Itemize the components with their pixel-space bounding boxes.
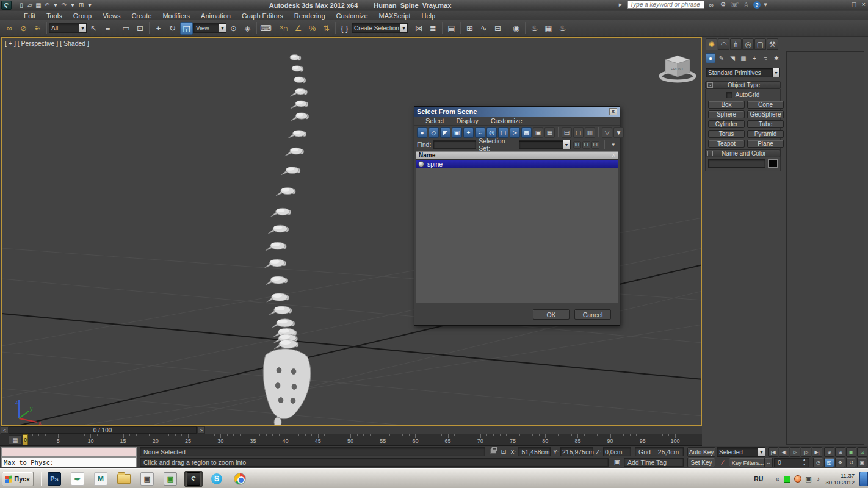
delete-selection-set-icon[interactable]: ⊟	[582, 141, 590, 149]
time-slider[interactable]: 0	[23, 434, 28, 445]
hide-icons-chevron[interactable]: «	[772, 475, 782, 483]
dropdown-arrow-icon[interactable]: ▼	[79, 24, 86, 32]
go-to-start-button[interactable]: |◀	[768, 447, 778, 457]
dialog-menu-item[interactable]: Select	[421, 117, 449, 124]
primitive-button[interactable]: Teapot	[708, 140, 745, 148]
percent-snap-icon[interactable]: %	[306, 22, 319, 35]
previous-frame-button[interactable]: ◀|	[779, 447, 789, 457]
window-crossing-icon[interactable]: ⊡	[134, 22, 146, 35]
dropdown-arrow-icon[interactable]: ▼	[758, 448, 765, 456]
maximize-viewport-button[interactable]: ▣	[857, 458, 867, 467]
collapse-icon[interactable]: -	[707, 82, 713, 88]
keyboard-shortcut-override-icon[interactable]: ⌨	[259, 22, 272, 35]
set-key-button[interactable]: Set Key	[687, 458, 715, 467]
dropdown-arrow-icon[interactable]: ▼	[772, 68, 779, 77]
taskbar-app-window[interactable]: ▣	[138, 471, 156, 487]
time-configuration-button[interactable]: ◷	[813, 458, 823, 467]
taskbar-remote-desktop[interactable]: ▣	[161, 471, 179, 487]
object-type-rollout-header[interactable]: - Object Type	[705, 81, 781, 89]
viewport-label[interactable]: [ + ] [ Perspective ] [ Shaded ]	[5, 40, 89, 47]
name-column-header[interactable]: Name △	[416, 151, 618, 159]
search-flyout-icon[interactable]: ▸	[616, 1, 625, 9]
curve-editor-icon[interactable]: ∿	[477, 22, 490, 35]
category-helpers[interactable]: +	[750, 53, 759, 63]
save-selection-set-icon[interactable]: ⊞	[573, 141, 581, 149]
play-button[interactable]: ▷	[790, 447, 800, 457]
primitive-button[interactable]: GeoSphere	[747, 110, 784, 118]
display-helpers-icon[interactable]: +	[463, 127, 474, 138]
absolute-mode-icon[interactable]: ⊡	[499, 447, 508, 456]
primitive-button[interactable]: Cylinder	[708, 120, 745, 128]
toolbox-icon[interactable]: ⊞	[463, 22, 476, 35]
next-frame-button[interactable]: |▷	[801, 447, 811, 457]
angle-snap-icon[interactable]: ∠	[292, 22, 305, 35]
add-time-tag[interactable]: Add Time Tag	[624, 458, 684, 467]
menu-item[interactable]: Rendering	[289, 12, 331, 20]
display-bones-icon[interactable]: ≻	[510, 127, 520, 138]
options-arrow-icon[interactable]: ▾	[610, 141, 617, 149]
display-frozen-icon[interactable]: ▣	[533, 127, 543, 138]
sort-ascending-icon[interactable]: △	[612, 153, 615, 158]
rendered-frame-window-icon[interactable]: ▦	[542, 22, 555, 35]
menu-item[interactable]: Group	[68, 12, 98, 20]
column-view-icon[interactable]: ▥	[585, 127, 595, 138]
layer-manager-icon[interactable]: ▤	[445, 22, 458, 35]
filter-custom-icon[interactable]: ▼	[613, 127, 624, 138]
category-geometry[interactable]: ●	[706, 53, 715, 63]
viewcube[interactable]: FRONT	[657, 52, 698, 83]
workspace-caret-icon[interactable]: ▾	[85, 1, 94, 9]
favorites-star-icon[interactable]: ☆	[742, 1, 751, 9]
taskbar-skype[interactable]: S	[208, 471, 226, 487]
display-containers-icon[interactable]: ▩	[521, 127, 532, 138]
rename-selection-set-icon[interactable]: ⊡	[591, 141, 599, 149]
taskbar-photoshop[interactable]: Ps	[45, 471, 63, 487]
animate-mode-dropdown[interactable]: Selected ▼	[717, 447, 765, 457]
display-lights-icon[interactable]: ◤	[440, 127, 450, 138]
primitive-button[interactable]: Plane	[747, 140, 784, 148]
use-pivot-point-icon[interactable]: ⊙	[227, 22, 240, 35]
show-desktop-icon[interactable]	[859, 472, 868, 486]
select-and-link-icon[interactable]: ∞	[3, 22, 16, 35]
category-shapes[interactable]: ✎	[717, 53, 726, 63]
x-coordinate-field[interactable]: -51,458cm	[518, 447, 551, 456]
menu-item[interactable]: Views	[97, 12, 126, 20]
selection-set-dropdown[interactable]: ▼	[519, 140, 570, 149]
category-systems[interactable]: ✱	[772, 53, 781, 63]
zoom-extents-all-button[interactable]: ⊡	[857, 447, 867, 457]
display-cameras-icon[interactable]: ▣	[452, 127, 462, 138]
close-button[interactable]: ×	[862, 1, 866, 9]
next-frame-arrow[interactable]: >	[197, 426, 205, 434]
reference-coordinate-dropdown[interactable]: View ▼	[193, 23, 226, 33]
tab-utilities[interactable]: ⚒	[767, 38, 778, 50]
material-editor-icon[interactable]: ◉	[510, 22, 523, 35]
display-spacewarps-icon[interactable]: ≈	[475, 127, 485, 138]
go-to-end-button[interactable]: ▶|	[812, 447, 822, 457]
maxscript-mini-listener-pink[interactable]	[1, 447, 137, 457]
tray-green-app-icon[interactable]	[784, 476, 790, 483]
selection-lock-icon[interactable]	[490, 449, 496, 454]
select-and-rotate-icon[interactable]: ↻	[166, 22, 179, 35]
list-item[interactable]: spine	[416, 160, 618, 168]
restore-button[interactable]: ◻	[851, 1, 856, 9]
select-by-name-icon[interactable]: ≡	[101, 22, 114, 35]
bind-to-space-warp-icon[interactable]: ≋	[31, 22, 44, 35]
tab-modify[interactable]: ◠	[718, 38, 729, 50]
menu-item[interactable]: Customize	[331, 12, 374, 20]
binoculars-icon[interactable]: ∞	[707, 1, 716, 9]
minimize-button[interactable]: –	[842, 1, 846, 9]
undo-icon[interactable]: ↶	[43, 1, 51, 9]
volume-icon[interactable]: ♪	[813, 475, 823, 483]
primitive-button[interactable]: Tube	[747, 120, 784, 128]
communication-center-icon[interactable]: ☏	[730, 1, 739, 9]
set-keys-icon[interactable]: ∕	[718, 458, 728, 467]
maxscript-mini-listener[interactable]: Max to Physc:	[1, 457, 137, 467]
align-icon[interactable]: ≣	[427, 22, 439, 35]
zoom-all-button[interactable]: ⊞	[835, 447, 845, 457]
menu-item[interactable]: Tools	[41, 12, 68, 20]
primitive-type-dropdown[interactable]: Standard Primitives ▼	[706, 68, 780, 77]
time-tag-icon[interactable]: ▣	[612, 458, 622, 467]
dropdown-arrow-icon[interactable]: ▼	[400, 24, 407, 32]
timeline-ruler[interactable]: ▦ 51015202530354045505560657075808590951…	[0, 434, 702, 446]
dropdown-arrow-icon[interactable]: ▼	[219, 24, 226, 32]
name-color-rollout-header[interactable]: - Name and Color	[705, 149, 781, 157]
